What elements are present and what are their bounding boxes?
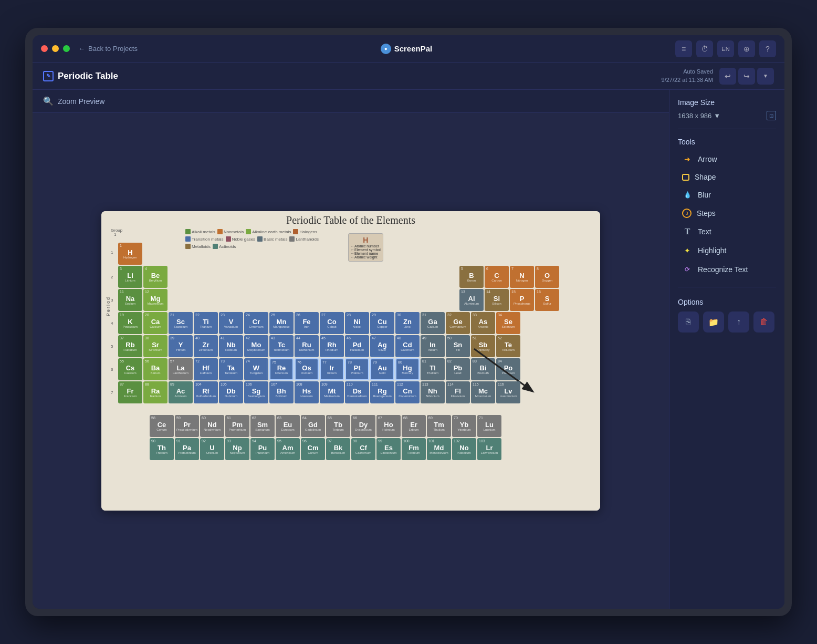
canvas-content: Periodic Table of the Elements Alkali me… <box>33 113 669 609</box>
divider-2 <box>678 287 776 287</box>
tool-steps-label: Steps <box>697 209 716 217</box>
screenpal-logo: ● <box>381 44 391 54</box>
tool-recognize-label: Recognize Text <box>698 265 748 274</box>
auto-saved-status: Auto Saved 9/27/22 at 11:38 AM <box>662 68 713 84</box>
delete-button[interactable]: 🗑 <box>753 311 774 333</box>
more-button[interactable]: ▼ <box>757 68 774 85</box>
tool-shape-label: Shape <box>695 173 716 181</box>
tool-text[interactable]: T Text <box>678 223 776 241</box>
options-title: Options <box>678 298 776 306</box>
shape-icon <box>682 174 689 181</box>
text-icon: T <box>682 226 693 237</box>
tools-list: ➜ Arrow Shape 💧 Blur 3 <box>678 150 776 278</box>
close-button[interactable] <box>41 45 48 52</box>
recognize-icon: ⟳ <box>682 264 693 275</box>
zoom-icon: 🔍 <box>43 96 54 106</box>
tool-highlight[interactable]: ✦ Highlight <box>678 242 776 259</box>
periodic-table-title: Periodic Table of the Elements <box>107 214 595 226</box>
tool-shape[interactable]: Shape <box>678 169 776 185</box>
auto-saved-time: 9/27/22 at 11:38 AM <box>662 76 713 84</box>
title-right-icons: ≡ ⏱ EN ⊕ ? <box>675 40 776 57</box>
back-label: Back to Projects <box>88 45 138 53</box>
toolbar: ✎ Periodic Table Auto Saved 9/27/22 at 1… <box>33 63 784 90</box>
tool-highlight-label: Highlight <box>698 246 726 255</box>
undo-button[interactable]: ↩ <box>719 68 736 85</box>
crop-icon[interactable]: ⊡ <box>767 111 776 120</box>
settings-icon-button[interactable]: ⊕ <box>738 40 755 57</box>
main-area: 🔍 Zoom Preview Periodic Table of the Ele… <box>33 90 784 609</box>
divider-1 <box>678 129 776 129</box>
image-size-title: Image Size <box>678 98 776 107</box>
blur-icon: 💧 <box>682 190 693 200</box>
minimize-button[interactable] <box>52 45 59 52</box>
canvas-area: 🔍 Zoom Preview Periodic Table of the Ele… <box>33 90 669 609</box>
app-title: ● ScreenPal <box>138 44 675 54</box>
tool-text-label: Text <box>698 227 711 236</box>
right-panel: Image Size 1638 x 986 ▼ ⊡ Tools <box>669 90 784 609</box>
delete-icon: 🗑 <box>760 317 768 327</box>
size-text: 1638 x 986 <box>678 112 711 120</box>
export-icon: ↑ <box>737 317 741 327</box>
maximize-button[interactable] <box>63 45 70 52</box>
arrow-icon: ➜ <box>682 154 693 164</box>
export-button[interactable]: ↑ <box>728 311 749 333</box>
tool-arrow-label: Arrow <box>698 155 717 163</box>
auto-saved-label: Auto Saved <box>662 68 713 76</box>
tool-blur-label: Blur <box>698 191 711 199</box>
copy-icon: ⎘ <box>686 317 691 327</box>
highlight-icon: ✦ <box>682 245 693 256</box>
copy-button[interactable]: ⎘ <box>678 311 699 333</box>
tools-section: Tools ➜ Arrow Shape 💧 Blur <box>678 138 776 278</box>
app-name: ScreenPal <box>394 44 433 53</box>
back-to-projects-button[interactable]: ← Back to Projects <box>78 45 138 53</box>
options-section: Options ⎘ 📁 ↑ 🗑 <box>678 298 776 333</box>
project-icon: ✎ <box>43 71 54 81</box>
project-name: ✎ Periodic Table <box>43 71 118 81</box>
tool-blur[interactable]: 💧 Blur <box>678 186 776 204</box>
title-bar: ← Back to Projects ● ScreenPal ≡ ⏱ EN ⊕ … <box>33 35 784 63</box>
size-dropdown-arrow: ▼ <box>714 112 720 120</box>
undo-redo-controls: ↩ ↪ ▼ <box>719 68 774 85</box>
window-controls <box>41 45 70 52</box>
clock-icon-button[interactable]: ⏱ <box>696 40 713 57</box>
tool-steps[interactable]: 3 Steps <box>678 205 776 222</box>
periodic-table-image[interactable]: Periodic Table of the Elements Alkali me… <box>101 211 600 511</box>
image-size-section: Image Size 1638 x 986 ▼ ⊡ <box>678 98 776 120</box>
zoom-bar: 🔍 Zoom Preview <box>33 90 669 113</box>
image-size-value[interactable]: 1638 x 986 ▼ <box>678 112 720 120</box>
image-size-row: 1638 x 986 ▼ ⊡ <box>678 111 776 120</box>
folder-button[interactable]: 📁 <box>703 311 724 333</box>
folder-icon: 📁 <box>708 317 719 327</box>
tools-title: Tools <box>678 138 776 146</box>
steps-icon: 3 <box>682 209 692 218</box>
tool-recognize[interactable]: ⟳ Recognize Text <box>678 261 776 278</box>
help-icon-button[interactable]: ? <box>759 40 776 57</box>
redo-button[interactable]: ↪ <box>738 68 755 85</box>
language-button[interactable]: EN <box>717 40 734 57</box>
toolbar-right: Auto Saved 9/27/22 at 11:38 AM ↩ ↪ ▼ <box>662 68 774 85</box>
zoom-preview-label: Zoom Preview <box>58 97 104 106</box>
tool-arrow[interactable]: ➜ Arrow <box>678 150 776 168</box>
options-buttons: ⎘ 📁 ↑ 🗑 <box>678 311 776 333</box>
list-icon-button[interactable]: ≡ <box>675 40 692 57</box>
project-name-text: Periodic Table <box>58 71 118 81</box>
back-arrow-icon: ← <box>78 45 85 53</box>
